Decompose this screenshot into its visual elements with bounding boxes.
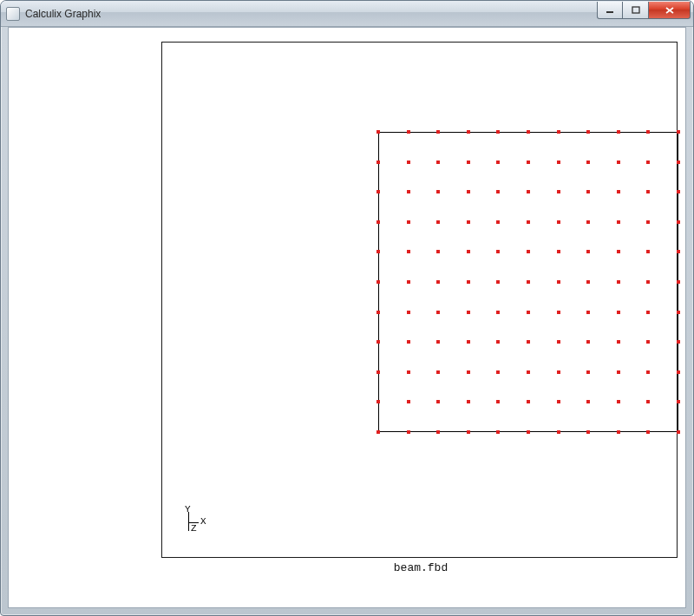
mesh-node (496, 280, 500, 284)
mesh-node (677, 400, 680, 403)
mesh-node (617, 250, 620, 253)
mesh-node (436, 340, 440, 344)
mesh-node (586, 190, 590, 193)
mesh-node (436, 370, 440, 374)
mesh-node (467, 280, 470, 284)
window-title: Calculix Graphix (25, 8, 101, 20)
mesh-node (557, 430, 560, 434)
mesh-node (527, 311, 530, 314)
mesh-node (496, 220, 500, 224)
mesh-node (376, 130, 380, 134)
mesh-node (586, 430, 590, 434)
mesh-node (496, 340, 500, 344)
mesh-node (376, 280, 380, 284)
mesh-node (677, 340, 680, 344)
mesh-node (496, 250, 500, 253)
mesh-node (586, 340, 590, 344)
axis-z-label: Z (191, 524, 197, 534)
mesh-node (586, 280, 590, 284)
mesh-node (677, 430, 680, 434)
mesh-node (527, 280, 530, 284)
close-icon (665, 6, 675, 15)
mesh-node (617, 130, 620, 134)
mesh-node (467, 400, 470, 403)
mesh-node (557, 340, 560, 344)
mesh-node (586, 311, 590, 314)
app-window: Calculix Graphix (0, 0, 694, 616)
mesh-node (677, 190, 680, 193)
close-button[interactable] (649, 2, 691, 19)
mesh-node (436, 400, 440, 403)
mesh-node (467, 161, 470, 164)
mesh-node (617, 430, 620, 434)
mesh-node (677, 161, 680, 164)
mesh-node (646, 130, 650, 134)
mesh-node (467, 311, 470, 314)
mesh-node (376, 250, 380, 253)
filename-label: beam.fbd (9, 562, 685, 573)
mesh-node (527, 340, 530, 344)
axis-z-line (188, 522, 189, 531)
mesh-node (407, 220, 410, 224)
mesh-node (467, 250, 470, 253)
mesh-node (646, 190, 650, 193)
mesh-node (496, 311, 500, 314)
svg-rect-0 (606, 11, 613, 13)
axis-x-label: X (200, 517, 206, 527)
mesh-node (376, 220, 380, 224)
mesh-node (646, 161, 650, 164)
mesh-node (376, 430, 380, 434)
mesh-node (527, 161, 530, 164)
mesh-node (677, 130, 680, 134)
mesh-node (677, 370, 680, 374)
mesh-node (527, 430, 530, 434)
titlebar[interactable]: Calculix Graphix (1, 1, 693, 27)
mesh-node (646, 400, 650, 403)
mesh-node (677, 280, 680, 284)
mesh-node (586, 220, 590, 224)
mesh-node (646, 311, 650, 314)
mesh-node (646, 370, 650, 374)
minimize-icon (606, 6, 614, 15)
mesh-node (586, 250, 590, 253)
mesh-node (496, 430, 500, 434)
mesh-node (407, 250, 410, 253)
mesh-node (467, 340, 470, 344)
mesh-node (467, 370, 470, 374)
mesh-node (407, 400, 410, 403)
mesh-node (376, 400, 380, 403)
mesh-node (557, 370, 560, 374)
mesh-node (407, 340, 410, 344)
mesh-node (646, 280, 650, 284)
mesh-node (407, 161, 410, 164)
mesh-node (557, 311, 560, 314)
mesh-node (407, 280, 410, 284)
mesh-node (527, 130, 530, 134)
mesh-node (557, 280, 560, 284)
mesh-node (646, 250, 650, 253)
maximize-button[interactable] (623, 2, 649, 19)
mesh-node (617, 370, 620, 374)
mesh-node (436, 311, 440, 314)
mesh-node (586, 370, 590, 374)
mesh-node (557, 190, 560, 193)
mesh-node (617, 161, 620, 164)
mesh-node (617, 340, 620, 344)
mesh-node (376, 190, 380, 193)
minimize-button[interactable] (597, 2, 623, 19)
mesh-node (436, 250, 440, 253)
axis-triad: X Y Z (181, 510, 207, 531)
mesh-node (617, 311, 620, 314)
mesh-node (557, 400, 560, 403)
viewport-canvas[interactable]: X Y Z (161, 42, 678, 558)
mesh-node (496, 400, 500, 403)
maximize-icon (632, 6, 640, 15)
mesh-node (496, 161, 500, 164)
mesh-node (407, 370, 410, 374)
mesh-node (407, 130, 410, 134)
mesh-node (677, 311, 680, 314)
mesh-node (586, 400, 590, 403)
mesh-node (527, 250, 530, 253)
mesh-node (646, 430, 650, 434)
mesh-node (407, 190, 410, 193)
